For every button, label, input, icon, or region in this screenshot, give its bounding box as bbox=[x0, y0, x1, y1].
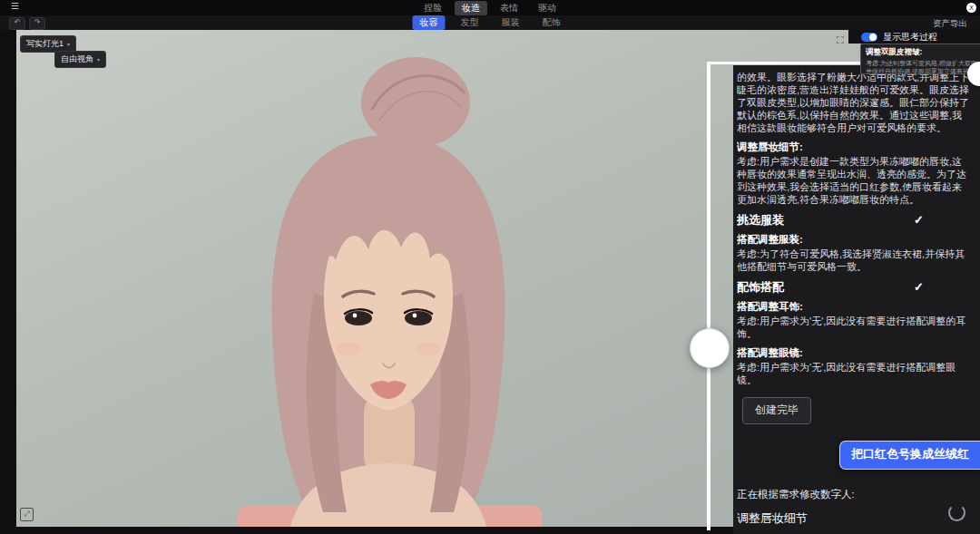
tab-clothing[interactable]: 服装 bbox=[495, 15, 527, 30]
accessory-section-row: 配饰搭配 ✓ bbox=[737, 281, 971, 294]
history-controls: ↶ ↷ bbox=[9, 17, 45, 30]
fullscreen-icon[interactable]: ⛶ bbox=[837, 34, 844, 46]
lipstick-suggestion-button[interactable]: 把口红色号换成丝绒红 bbox=[839, 441, 980, 470]
undo-icon[interactable]: ↶ bbox=[9, 17, 25, 30]
tab-face-sculpt[interactable]: 捏脸 bbox=[416, 1, 449, 15]
character-render bbox=[16, 30, 733, 527]
earring-paragraph: 考虑:用户需求为'无',因此没有需要进行搭配调整的耳饰。 bbox=[737, 315, 971, 340]
status-current-task: 调整唇妆细节 bbox=[737, 510, 940, 527]
chevron-down-icon: ▾ bbox=[67, 41, 70, 47]
compare-divider-line bbox=[707, 62, 710, 530]
compare-slider-handle[interactable] bbox=[690, 328, 730, 368]
app-window: ☰ 捏脸 妆造 表情 驱动 X ↶ ↷ 妆容 发型 服装 配饰 资产导出 bbox=[0, 0, 980, 534]
lighting-dropdown-value: 写实灯光1 bbox=[26, 38, 64, 50]
thinking-tooltip: 调整双眼皮褶皱: 考虑:为达到整体可爱风格,稍微扩大双眼并保持自然协调,使眼部更… bbox=[860, 44, 980, 74]
camera-view-dropdown-value: 自由视角 bbox=[61, 53, 93, 65]
accessory-section-title: 配饰搭配 bbox=[737, 281, 784, 294]
main-tab-group: 捏脸 妆造 表情 驱动 bbox=[416, 0, 564, 15]
glasses-heading: 搭配调整眼镜: bbox=[737, 346, 971, 359]
status-modifying-text: 正在根据需求修改数字人: bbox=[737, 488, 940, 501]
thinking-log: 的效果。眼影选择了粉嫩大小适中的款式,并调整上下睫毛的浓密度,营造出洋娃娃般的可… bbox=[737, 71, 971, 390]
clothing-section-row: 挑选服装 ✓ bbox=[737, 214, 971, 227]
camera-view-dropdown[interactable]: 自由视角 ▾ bbox=[54, 51, 106, 68]
glasses-paragraph: 考虑:用户需求为'无',因此没有需要进行搭配调整眼镜。 bbox=[737, 361, 971, 386]
clothing-section-title: 挑选服装 bbox=[737, 214, 784, 227]
hamburger-menu-icon[interactable]: ☰ bbox=[11, 1, 19, 11]
tab-accessories[interactable]: 配饰 bbox=[535, 15, 568, 30]
status-area: 正在根据需求修改数字人: 调整唇妆细节 bbox=[737, 488, 940, 527]
asset-export-button[interactable]: 资产导出 bbox=[933, 18, 967, 30]
tooltip-body: 考虑:为达到整体可爱风格,稍微扩大双眼并保持自然协调,使眼部更加立体有神,并符合… bbox=[866, 59, 980, 74]
show-thinking-label: 显示思考过程 bbox=[883, 31, 937, 44]
tab-drive[interactable]: 驱动 bbox=[531, 1, 564, 15]
tab-makeup[interactable]: 妆容 bbox=[413, 15, 446, 30]
tooltip-title: 调整双眼皮褶皱: bbox=[866, 47, 980, 58]
toggle-on-icon bbox=[861, 33, 877, 42]
creation-done-button[interactable]: 创建完毕 bbox=[742, 397, 811, 424]
lip-detail-paragraph: 考虑:用户需求是创建一款类型为果冻嘟嘟的唇妆,这种唇妆的效果通常呈现出水润、透亮… bbox=[737, 155, 971, 206]
tab-expression[interactable]: 表情 bbox=[493, 1, 525, 15]
check-icon: ✓ bbox=[914, 281, 924, 294]
earring-heading: 搭配调整耳饰: bbox=[737, 300, 971, 313]
sub-toolbar: ↶ ↷ 妆容 发型 服装 配饰 资产导出 bbox=[0, 15, 980, 30]
show-thinking-toggle[interactable]: 显示思考过程 bbox=[848, 30, 980, 44]
lip-detail-heading: 调整唇妆细节: bbox=[737, 141, 971, 153]
redo-icon[interactable]: ↷ bbox=[29, 17, 45, 30]
viewport-gizmo-icon[interactable]: ⤢ bbox=[20, 508, 34, 521]
chevron-down-icon: ▾ bbox=[97, 56, 100, 63]
check-icon: ✓ bbox=[914, 214, 924, 227]
eye-makeup-paragraph: 的效果。眼影选择了粉嫩大小适中的款式,并调整上下睫毛的浓密度,营造出洋娃娃般的可… bbox=[737, 71, 971, 134]
user-avatar[interactable]: X bbox=[966, 3, 976, 13]
clothing-adjust-heading: 搭配调整服装: bbox=[737, 233, 971, 246]
top-menu-bar: ☰ 捏脸 妆造 表情 驱动 X bbox=[0, 0, 980, 15]
tab-hairstyle[interactable]: 发型 bbox=[454, 15, 486, 30]
clothing-paragraph: 考虑:为了符合可爱风格,我选择贤淑连衣裙,并保持其他搭配细节与可爱风格一致。 bbox=[737, 248, 971, 273]
tab-makeup-style[interactable]: 妆造 bbox=[455, 1, 487, 15]
category-tab-group: 妆容 发型 服装 配饰 bbox=[413, 15, 568, 30]
loading-spinner-icon bbox=[948, 504, 965, 521]
